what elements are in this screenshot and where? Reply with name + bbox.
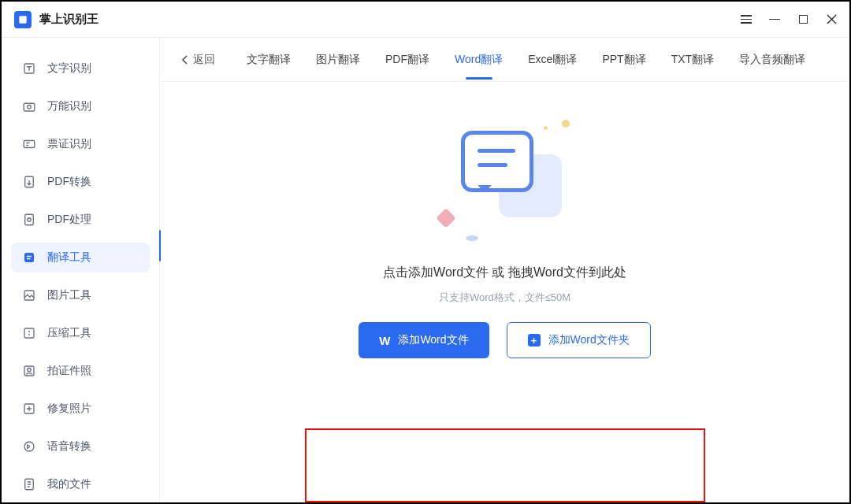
sidebar-item-label: 翻译工具 [47,250,91,265]
sidebar-item-label: 拍证件照 [47,364,91,378]
svg-rect-13 [24,291,34,300]
app-title: 掌上识别王 [39,12,98,27]
decor-dot-yellow [562,120,570,128]
add-word-folder-button[interactable]: + 添加Word文件夹 [507,322,651,358]
svg-rect-8 [25,214,34,225]
sidebar-item-universal-recognition[interactable]: 万能识别 [11,91,150,121]
decor-diamond-red [436,208,455,228]
sidebar-item-photo-repair[interactable]: 修复照片 [11,394,150,424]
minimize-icon[interactable] [769,14,780,25]
sidebar-item-audio-convert[interactable]: 语音转换 [11,432,150,461]
tab-word-translate[interactable]: Word翻译 [455,40,503,80]
files-icon [22,477,36,491]
sidebar-item-compress-tools[interactable]: 压缩工具 [11,318,150,348]
svg-rect-10 [24,253,34,262]
tab-txt-translate[interactable]: TXT翻译 [671,40,714,80]
add-folder-label: 添加Word文件夹 [548,333,630,347]
repair-icon [22,402,36,416]
tabs-bar: 返回 文字翻译 图片翻译 PDF翻译 Word翻译 Excel翻译 PPT翻译 … [160,38,849,82]
svg-rect-0 [19,16,26,23]
tab-text-translate[interactable]: 文字翻译 [247,40,291,80]
svg-rect-11 [27,256,32,258]
sidebar-item-label: 票证识别 [47,137,91,151]
tab-audio-translate[interactable]: 导入音频翻译 [739,40,805,80]
svg-rect-14 [24,328,34,338]
sidebar-item-label: 修复照片 [47,402,91,416]
text-icon [22,61,36,76]
svg-rect-12 [27,258,31,260]
chevron-left-icon [182,55,188,65]
word-w-icon: W [379,334,390,347]
sidebar-item-image-tools[interactable]: 图片工具 [11,280,150,310]
sidebar-item-label: 图片工具 [47,288,91,302]
sidebar-item-label: 压缩工具 [47,326,91,340]
sidebar-item-text-recognition[interactable]: 文字识别 [11,54,150,83]
drop-zone[interactable]: 点击添加Word文件 或 拖拽Word文件到此处 只支持Word格式，文件≤50… [160,82,849,502]
sidebar-item-label: PDF转换 [47,175,91,189]
tab-ppt-translate[interactable]: PPT翻译 [602,40,645,80]
tab-pdf-translate[interactable]: PDF翻译 [385,40,429,80]
app-logo-icon [14,11,32,28]
sidebar-item-pdf-convert[interactable]: PDF转换 [11,167,150,197]
back-button[interactable]: 返回 [182,53,215,67]
plus-icon: + [528,334,541,346]
svg-point-16 [28,368,32,372]
decor-ellipse-blue [466,235,478,241]
ticket-icon [22,137,36,151]
sidebar-item-pdf-process[interactable]: PDF处理 [11,205,150,235]
decor-dot-yellow-small [544,126,548,130]
pdf-process-icon [22,213,36,227]
svg-rect-6 [24,141,35,148]
sidebar-item-ticket-recognition[interactable]: 票证识别 [11,129,150,159]
button-row: W 添加Word文件 + 添加Word文件夹 [359,322,651,358]
add-file-label: 添加Word文件 [398,333,468,347]
svg-rect-4 [24,103,35,111]
tab-image-translate[interactable]: 图片翻译 [316,40,360,80]
svg-point-18 [24,442,34,451]
maximize-icon[interactable] [797,14,808,25]
sidebar-item-translate-tools[interactable]: 翻译工具 [11,243,150,272]
pdf-convert-icon [22,175,36,189]
compress-icon [22,326,36,340]
sidebar-item-label: PDF处理 [47,213,91,227]
sidebar-item-label: 语音转换 [47,439,91,454]
sidebar-item-label: 我的文件 [47,477,91,491]
id-photo-icon [22,364,36,378]
main-area: 返回 文字翻译 图片翻译 PDF翻译 Word翻译 Excel翻译 PPT翻译 … [159,38,849,502]
sidebar-item-label: 万能识别 [47,99,91,113]
audio-icon [22,439,36,454]
drop-zone-sub-text: 只支持Word格式，文件≤50M [439,291,570,305]
back-label: 返回 [193,53,215,67]
annotation-highlight-box [305,428,705,502]
tab-excel-translate[interactable]: Excel翻译 [528,40,577,80]
translate-icon [22,250,36,265]
sidebar-item-label: 文字识别 [47,61,91,76]
svg-point-5 [28,106,32,109]
svg-point-9 [28,218,32,222]
sidebar: 文字识别 万能识别 票证识别 PDF转换 PDF处理 翻译工具 [2,38,159,502]
image-icon [22,288,36,302]
titlebar: 掌上识别王 [2,2,849,38]
camera-icon [22,99,36,113]
menu-icon[interactable] [741,14,752,25]
app-window: 掌上识别王 文字识别 万能识别 票证识别 PDF转换 [0,0,851,504]
close-icon[interactable] [826,14,837,25]
sidebar-item-my-files[interactable]: 我的文件 [11,469,150,499]
body-area: 文字识别 万能识别 票证识别 PDF转换 PDF处理 翻译工具 [2,38,849,502]
window-controls [741,14,837,25]
illustration [434,120,576,246]
sidebar-item-id-photo[interactable]: 拍证件照 [11,356,150,386]
chat-bubble-icon [461,131,533,192]
drop-zone-main-text: 点击添加Word文件 或 拖拽Word文件到此处 [383,265,626,281]
add-word-file-button[interactable]: W 添加Word文件 [359,322,489,358]
